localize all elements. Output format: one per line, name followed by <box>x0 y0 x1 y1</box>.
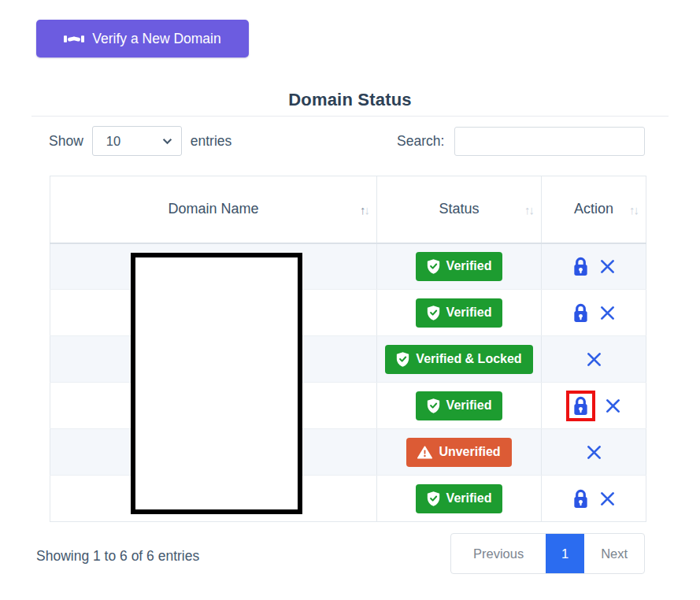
shield-check-icon <box>427 398 440 413</box>
lock-icon[interactable] <box>572 488 590 509</box>
pagination-previous[interactable]: Previous <box>451 534 546 573</box>
action-cell <box>542 476 646 522</box>
redaction-box <box>131 253 302 514</box>
search-input[interactable] <box>454 127 645 156</box>
sort-icon: ↑↓ <box>524 202 533 216</box>
status-label: Verified <box>446 491 492 506</box>
lock-icon[interactable] <box>572 256 590 277</box>
search-label: Search: <box>397 133 444 150</box>
column-label: Action <box>574 201 613 217</box>
column-label: Status <box>439 201 479 217</box>
action-cell <box>542 290 646 336</box>
status-badge: Verified & Locked <box>385 345 532 374</box>
lock-icon[interactable] <box>572 302 590 324</box>
status-label: Verified & Locked <box>416 352 521 366</box>
remove-x-icon[interactable] <box>599 258 616 275</box>
table-header-row: Domain Name ↑↓ Status ↑↓ Action ↑↓ <box>50 176 646 243</box>
action-cell <box>542 429 646 476</box>
status-badge: Verified <box>416 298 503 328</box>
action-cell <box>542 383 646 429</box>
status-badge: Verified <box>416 252 503 281</box>
remove-x-icon[interactable] <box>586 444 602 461</box>
shield-check-icon <box>427 491 440 506</box>
table-info: Showing 1 to 6 of 6 entries <box>36 548 199 565</box>
lock-icon[interactable] <box>572 395 590 417</box>
column-header-action[interactable]: Action ↑↓ <box>542 176 646 243</box>
title-divider <box>31 116 669 117</box>
status-label: Verified <box>446 398 492 413</box>
chevron-down-icon <box>162 138 172 145</box>
status-label: Unverified <box>439 445 500 459</box>
status-badge: Verified <box>416 484 503 513</box>
shield-check-icon <box>396 352 409 367</box>
annotation-highlight-box <box>566 391 595 421</box>
handshake-icon <box>64 32 84 46</box>
remove-x-icon[interactable] <box>586 351 602 368</box>
sort-icon: ↑↓ <box>629 202 638 216</box>
search-control: Search: <box>397 126 645 156</box>
pagination-page-1[interactable]: 1 <box>546 534 584 573</box>
remove-x-icon[interactable] <box>599 491 616 507</box>
status-label: Verified <box>446 259 492 273</box>
status-badge: Verified <box>416 391 503 420</box>
entries-label: entries <box>191 133 232 150</box>
action-cell <box>542 243 646 290</box>
status-cell: Verified & Locked <box>377 336 542 383</box>
verify-button-label: Verify a New Domain <box>92 31 220 47</box>
page-length-select[interactable]: 10 <box>92 126 182 156</box>
status-cell: Unverified <box>377 429 542 476</box>
status-cell: Verified <box>377 243 542 290</box>
shield-check-icon <box>427 306 440 320</box>
sort-icon: ↑↓ <box>360 202 369 216</box>
status-badge: Unverified <box>406 438 511 467</box>
column-header-domain-name[interactable]: Domain Name ↑↓ <box>50 176 377 243</box>
status-label: Verified <box>446 306 492 320</box>
shield-check-icon <box>427 259 440 274</box>
column-header-status[interactable]: Status ↑↓ <box>377 176 542 243</box>
page-title: Domain Status <box>0 90 700 110</box>
column-label: Domain Name <box>168 201 258 217</box>
remove-x-icon[interactable] <box>605 398 621 414</box>
status-cell: Verified <box>377 383 542 429</box>
status-cell: Verified <box>377 290 542 336</box>
pagination-next[interactable]: Next <box>584 534 644 573</box>
page-length-control: Show 10 entries <box>49 126 231 156</box>
verify-new-domain-button[interactable]: Verify a New Domain <box>36 20 249 57</box>
show-label: Show <box>49 133 83 150</box>
warning-triangle-icon <box>417 446 432 459</box>
status-cell: Verified <box>377 476 542 522</box>
page-length-value: 10 <box>106 134 120 149</box>
action-cell <box>542 336 646 383</box>
remove-x-icon[interactable] <box>599 305 616 321</box>
domain-status-page: Verify a New Domain Domain Status Show 1… <box>0 0 700 600</box>
pagination: Previous 1 Next <box>450 533 645 574</box>
